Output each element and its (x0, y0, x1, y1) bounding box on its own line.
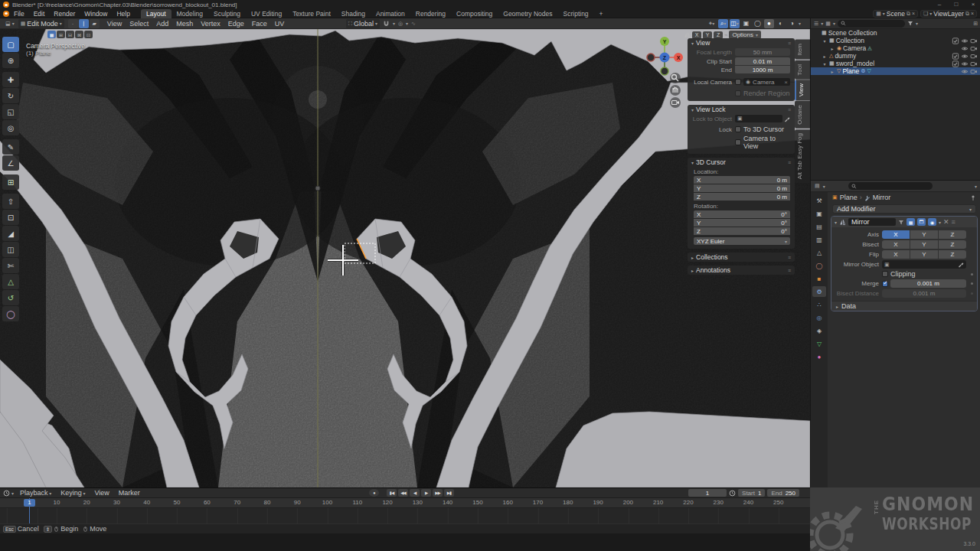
cursor-location-x[interactable]: X0 m (694, 176, 790, 184)
camera-icon[interactable] (970, 37, 978, 44)
expand-right-icon[interactable]: ▸ (822, 54, 828, 59)
cursor-location-y[interactable]: Y0 m (694, 184, 790, 192)
expand-right-icon[interactable]: ▸ (829, 69, 835, 74)
start-frame-field[interactable]: Start1 (738, 489, 765, 497)
lock-to-object-field[interactable]: ▣ (735, 115, 782, 122)
timeline-editor-icon[interactable] (3, 490, 10, 497)
play-button[interactable]: ▶ (421, 489, 431, 497)
merge-value-field[interactable]: 0.001 m (890, 279, 966, 288)
snap-caret-icon[interactable]: ▾ (393, 21, 395, 26)
camera-icon[interactable] (970, 53, 978, 60)
clip-start-field[interactable]: 0.01 m (735, 57, 790, 65)
menu-render[interactable]: Render (49, 10, 80, 18)
expand-right-icon[interactable]: ▸ (829, 46, 835, 51)
orientation-selector[interactable]: ⛶ Global ▾ (346, 19, 380, 28)
properties-tab-material[interactable]: ● (812, 351, 826, 362)
cursor-3d-header[interactable]: ▾3D Cursor≡ (688, 158, 795, 167)
modifier-expand-icon[interactable]: ▾ (835, 220, 837, 225)
outliner-collection-icon[interactable]: ▦ (825, 21, 831, 27)
timeline-menu-view[interactable]: View (90, 489, 113, 497)
mirror-x-toggle[interactable]: X (692, 31, 701, 39)
outliner-row-plane[interactable]: ▸▽Plane⚙▽ (811, 67, 980, 75)
outliner-row-camera[interactable]: ▸◉Camera◬ (811, 44, 980, 52)
annotations-header[interactable]: ▸Annotations≡ (688, 266, 795, 275)
tool-knife[interactable]: ✄ (2, 258, 19, 273)
tool-add-cube[interactable]: ⊞ (2, 174, 19, 190)
eye-icon[interactable] (961, 45, 969, 52)
viewlayer-selector[interactable]: ❏ ▾ ViewLayer ⧉ × (920, 10, 977, 18)
cursor-location-z[interactable]: Z0 m (694, 193, 790, 201)
viewport-menu-mesh[interactable]: Mesh (172, 20, 197, 28)
properties-tab-tool[interactable]: ⚒ (812, 195, 826, 206)
mirror-object-eyedropper-icon[interactable] (958, 261, 964, 268)
timeline-menu-marker[interactable]: Marker (114, 489, 145, 497)
view-lock-header[interactable]: ▾View Lock≡ (688, 105, 795, 114)
sidebar-tab-tool[interactable]: Tool (795, 60, 810, 80)
workspace-tab-animation[interactable]: Animation (371, 9, 410, 18)
modifier-render-toggle[interactable]: ◉ (928, 218, 936, 226)
viewport-menu-edge[interactable]: Edge (224, 20, 248, 28)
blender-menu-icon[interactable] (3, 11, 9, 17)
breadcrumb-modifier[interactable]: Mirror (873, 194, 891, 201)
mirror-bisect-z-button[interactable]: Z (939, 240, 966, 249)
scene-selector[interactable]: ▦ ▾ Scene ⧉ × (873, 10, 918, 18)
close-button[interactable]: × (966, 0, 980, 9)
local-camera-field[interactable]: ◉Camera× (743, 78, 790, 86)
workspace-tab-rendering[interactable]: Rendering (410, 9, 451, 18)
gizmos-dropdown[interactable]: ⌕▾ (718, 19, 728, 28)
scene-new-icon[interactable]: ⧉ (906, 11, 910, 17)
tool-spin[interactable]: ↺ (2, 290, 19, 305)
outliner-row-sword-model[interactable]: ▾▦sword_model (811, 60, 980, 67)
auto-keying-toggle[interactable]: ● (369, 489, 379, 497)
stopwatch-icon[interactable] (729, 490, 736, 497)
mode-selector[interactable]: ▦ Edit Mode ▾ (18, 19, 64, 28)
eye-icon[interactable] (961, 60, 969, 67)
outliner-row-dummy[interactable]: ▸△dummy (811, 52, 980, 60)
select-new-button[interactable]: ▦ (47, 31, 56, 38)
cursor-rotation-y[interactable]: Y0° (694, 219, 790, 227)
new-collection-icon[interactable]: ⊞ (973, 21, 978, 27)
select-invert-button[interactable]: ⊠ (75, 31, 83, 38)
tool-bevel[interactable]: ◢ (2, 226, 19, 241)
falloff-icon[interactable]: ∿ (411, 21, 416, 27)
expand-down-icon[interactable]: ▾ (822, 38, 828, 44)
modifier-realtime-toggle[interactable]: 🗔 (917, 218, 926, 226)
overlays-dropdown[interactable]: ◫▾ (730, 19, 740, 28)
modifier-data-subpanel[interactable]: ▸Data (831, 301, 977, 311)
tool-annotate[interactable]: ✎ (2, 139, 19, 155)
properties-tab-world[interactable]: ◯ (812, 260, 826, 271)
tool-extrude-region[interactable]: ⇧ (2, 194, 19, 209)
properties-tab-particles[interactable]: ∴ (812, 299, 826, 310)
rotation-order-dropdown[interactable]: XYZ Euler▾ (694, 237, 790, 245)
eye-icon[interactable] (961, 68, 969, 75)
edge-select-button[interactable]: ∣ (79, 19, 89, 28)
rendered-shading-button[interactable]: ◑ (787, 19, 797, 28)
modifier-editmode-toggle[interactable]: ▦ (906, 218, 915, 226)
mirror-y-toggle[interactable]: Y (703, 31, 712, 39)
viewport-menu-face[interactable]: Face (248, 20, 271, 28)
jump-to-start-button[interactable]: ▮◀ (387, 489, 397, 497)
viewlayer-new-icon[interactable]: ⧉ (965, 11, 969, 17)
show-objects-dropdown[interactable]: ⌖▾ (707, 19, 717, 28)
mirror-axis-z-button[interactable]: Z (939, 230, 966, 239)
breadcrumb-object[interactable]: Plane (840, 194, 858, 201)
properties-options-caret-icon[interactable]: ▾ (975, 184, 977, 189)
workspace-tab-texture-paint[interactable]: Texture Paint (287, 9, 336, 18)
viewport-menu-uv[interactable]: UV (271, 20, 289, 28)
tool-poly-build[interactable]: △ (2, 274, 19, 289)
workspace-tab-sculpting[interactable]: Sculpting (208, 9, 246, 18)
timeline-track-area[interactable] (0, 508, 802, 524)
properties-tab-view-layer[interactable]: ▥ (812, 234, 826, 245)
current-frame-badge[interactable]: 1 (24, 499, 35, 507)
menu-window[interactable]: Window (80, 10, 112, 18)
camera-icon[interactable] (970, 68, 978, 75)
select-intersect-button[interactable]: ⊡ (84, 31, 93, 38)
viewport-menu-select[interactable]: Select (126, 20, 152, 28)
workspace-tab-uv-editing[interactable]: UV Editing (246, 9, 287, 18)
viewport-menu-view[interactable]: View (103, 20, 126, 28)
viewport-menu-vertex[interactable]: Vertex (197, 20, 224, 28)
outliner-row-collection[interactable]: ▾▦Collection (811, 37, 980, 44)
view-panel-header[interactable]: ▾View≡ (688, 38, 795, 47)
mirror-flip-y-button[interactable]: Y (910, 250, 938, 259)
tool-cursor[interactable]: ⊕ (2, 53, 19, 68)
